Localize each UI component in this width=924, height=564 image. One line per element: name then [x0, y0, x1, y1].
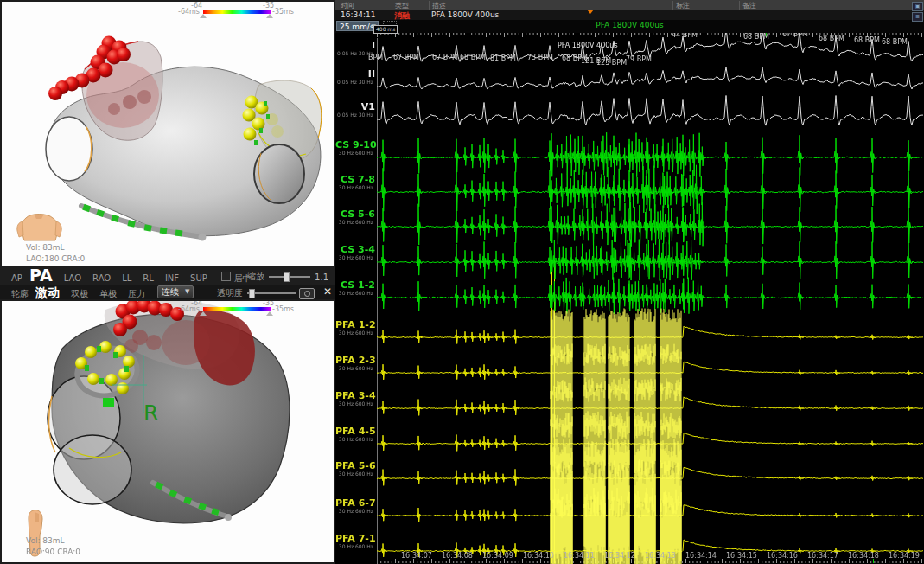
orientation-readout: RAO:90 CRA:0 [26, 548, 80, 556]
list-icon[interactable]: ≣ [912, 12, 923, 22]
export-icon[interactable]: ▣ [912, 2, 923, 11]
channel-filter-pfa-1-2: 30 Hz 600 Hz [335, 330, 373, 336]
activation-color-scale: -64 -35 -64ms -35ms [2, 301, 335, 320]
bpm-label: 68 BPM [819, 35, 844, 42]
channel-filter-cs-9-10: 30 Hz 600 Hz [335, 150, 373, 156]
heart-model-rao [2, 301, 334, 562]
opacity-slider[interactable] [247, 292, 296, 294]
bpm-label: BPM [368, 54, 383, 61]
scale-handle-low[interactable] [200, 14, 207, 18]
event-col-3[interactable]: 标注 [672, 1, 739, 10]
sweep-window-badge: 400 ms [373, 25, 398, 34]
ablation-marker-label: PFA 1800V 400us [335, 21, 924, 29]
event-time: 16:34:11 [338, 10, 375, 19]
time-axis-label: 16:34:08 [440, 552, 475, 560]
scale-max-ms: -35ms [272, 8, 294, 16]
time-axis-label: 16:34:13 [643, 552, 678, 560]
time-axis-label: 16:34:17 [806, 552, 840, 560]
bpm-label: 67 BPM [432, 54, 458, 61]
bpm-label: 68 BPM [854, 36, 880, 44]
egm-signal-panel: 时间类型描述标注备注 16:34:11 消融 PFA 1800V 400us ▣… [335, 0, 924, 564]
ablation-marker-icon [587, 10, 594, 14]
zoom-value: 1.1 [315, 272, 328, 282]
time-axis-label: 16:34:07 [399, 552, 434, 560]
channel-filter-v1: 0.05 Hz 30 Hz [335, 112, 373, 118]
opacity-label: 透明度 [217, 287, 243, 299]
volume-readout: Vol: 83mL [26, 243, 65, 252]
time-axis-label: 16:34:09 [481, 552, 515, 560]
channel-filter-cs-5-6: 30 Hz 600 Hz [335, 219, 373, 225]
channel-filter-pfa-7-1: 30 Hz 600 Hz [335, 543, 373, 549]
channel-filter-ii: 0.05 Hz 30 Hz [335, 79, 373, 85]
vein-ostium-lower [54, 435, 131, 504]
time-axis-label: 16:34:14 [684, 552, 718, 560]
mode-button--[interactable]: 单极 [99, 285, 117, 302]
mode-button--[interactable]: 激动 [35, 285, 60, 301]
channel-filter-cs-7-8: 30 Hz 600 Hz [335, 184, 373, 190]
colorbar-gradient[interactable] [203, 307, 271, 311]
time-axis-label: 16:34:15 [724, 552, 759, 560]
scale-handle-low[interactable] [200, 311, 207, 316]
time-axis-label: 16:34:19 [887, 552, 921, 560]
channel-filter-pfa-2-3: 30 Hz 600 Hz [335, 365, 373, 371]
continuous-dropdown[interactable]: 连续 ▼ [157, 285, 194, 298]
bpm-label: 73 BPM [527, 54, 553, 61]
center-checkbox[interactable] [221, 272, 231, 281]
bpm-label: 68 BPM [882, 38, 908, 46]
scale-handle-high[interactable] [266, 311, 273, 316]
selected-electrode-marker [103, 398, 114, 407]
channel-filter-pfa-6-7: 30 Hz 600 Hz [335, 508, 373, 514]
reference-electrode-label: R [143, 401, 158, 426]
volume-readout: Vol: 83mL [26, 536, 65, 545]
event-col-2[interactable]: 描述 [429, 1, 672, 10]
bpm-label: 67 BPM [393, 54, 419, 61]
event-description: PFA 1800V 400us [429, 10, 499, 19]
scale-min-ms: -64ms [178, 305, 200, 313]
map-viewport-lao[interactable]: -64 -35 -64ms -35ms Vol: 83mL LAO:180 CR… [0, 0, 335, 267]
activation-color-scale: -64 -35 -64ms -35ms [2, 2, 335, 21]
zoom-control: 缩放 1.1 [247, 271, 328, 283]
bpm-label: 68 BPM [743, 33, 769, 41]
event-col-1[interactable]: 类型 [392, 1, 429, 10]
event-col-4[interactable]: 备注 [739, 1, 921, 10]
colorbar-gradient[interactable] [203, 10, 271, 14]
continuous-label: 连续 [162, 286, 179, 298]
opacity-control: 透明度 [217, 287, 296, 299]
mode-button--[interactable]: 双极 [71, 285, 88, 302]
mode-button--[interactable]: 压力 [128, 285, 145, 302]
sweep-control-row: 25 mm/s ▼ PFA 1800V 400us [335, 20, 924, 33]
channel-filter-cs-3-4: 30 Hz 600 Hz [335, 254, 373, 260]
map-viewport-rao[interactable]: -64 -35 -64ms -35ms R Vol: 83mL RAO:90 C… [0, 299, 335, 564]
zoom-slider[interactable] [269, 276, 310, 278]
close-icon[interactable]: ✕ [323, 285, 332, 298]
time-axis-label: 16:34:10 [521, 552, 556, 560]
channel-filter-pfa-3-4: 30 Hz 600 Hz [335, 401, 373, 407]
mode-button--[interactable]: 轮廓 [11, 285, 29, 302]
time-axis-label: 16:34:18 [846, 552, 881, 560]
waveform-canvas[interactable] [335, 0, 924, 564]
bpm-label: 79 BPM [626, 55, 652, 63]
channel-filter-pfa-5-6: 30 Hz 600 Hz [335, 471, 373, 477]
vein-ostium-right [254, 144, 304, 203]
bpm-label: 68 BPM [460, 54, 486, 61]
view-button-pa[interactable]: PA [29, 267, 53, 284]
zoom-label: 缩放 [247, 271, 264, 283]
orientation-readout: LAO:180 CRA:0 [26, 254, 85, 263]
time-axis-label: 16:34:12 [602, 552, 637, 560]
torso-orientation-icon [17, 215, 62, 241]
ablation-overlay-label: PFA 1800V 400us [558, 42, 618, 49]
event-col-0[interactable]: 时间 [338, 1, 392, 10]
time-axis-label: 16:34:16 [765, 552, 800, 560]
channel-filter-pfa-4-5: 30 Hz 600 Hz [335, 436, 373, 442]
view-toolbar: SUPINFRLLLRAOLAOPAAP 居中 压力单极双极激动轮廓 连续 ▼ … [0, 267, 335, 299]
scale-min-ms: -64ms [178, 8, 200, 16]
camera-snapshot-button[interactable] [299, 288, 315, 299]
ep-mapping-workstation: -64 -35 -64ms -35ms Vol: 83mL LAO:180 CR… [0, 0, 924, 564]
channel-filter-cs-1-2: 30 Hz 600 Hz [335, 290, 373, 296]
scale-max-ms: -35ms [272, 305, 294, 313]
scale-handle-high[interactable] [266, 14, 273, 18]
time-axis-label: 16:34:11 [562, 552, 596, 560]
chevron-down-icon: ▼ [185, 286, 189, 298]
heart-model-lao [2, 2, 334, 266]
panel-mini-buttons: ▣ ≣ [912, 2, 923, 22]
